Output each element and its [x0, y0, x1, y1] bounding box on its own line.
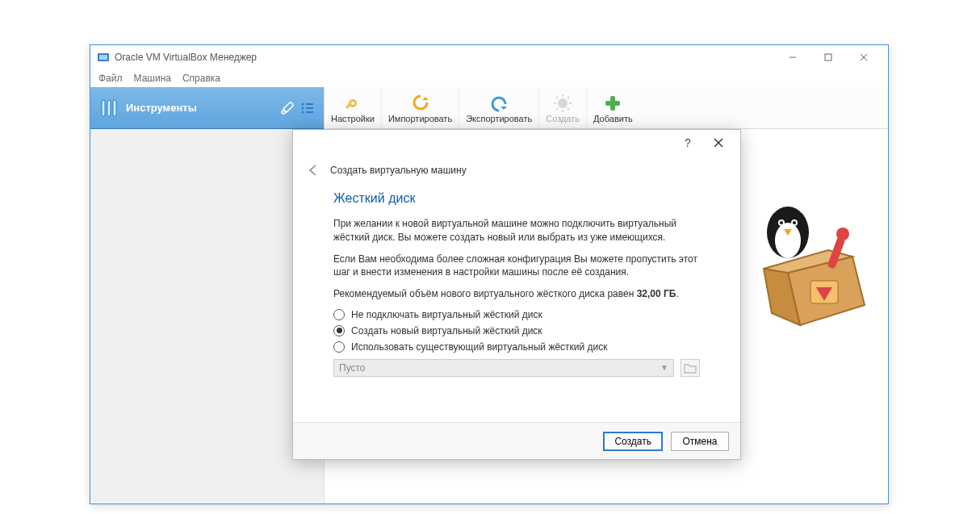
radio-no-disk[interactable]: Не подключать виртуальный жёсткий диск — [333, 309, 700, 320]
export-icon — [489, 93, 509, 114]
svg-rect-15 — [306, 111, 313, 113]
svg-point-30 — [775, 223, 801, 258]
dialog-body: Жесткий диск При желании к новой виртуал… — [293, 185, 740, 422]
sidebar-tools-label: Инструменты — [126, 102, 197, 114]
app-icon — [97, 51, 110, 64]
toolbar-import[interactable]: Импортировать — [382, 87, 459, 128]
svg-point-12 — [302, 107, 304, 109]
maximize-button[interactable] — [810, 46, 846, 69]
radio-existing-disk[interactable]: Использовать существующий виртуальный жё… — [333, 341, 700, 353]
dialog-titlebar: ? — [293, 130, 740, 156]
disk-radio-group: Не подключать виртуальный жёсткий диск С… — [333, 309, 700, 377]
svg-line-25 — [567, 97, 569, 98]
import-icon — [411, 93, 430, 114]
create-button[interactable]: Создать — [603, 432, 663, 451]
svg-point-37 — [836, 228, 849, 240]
titlebar: Oracle VM VirtualBox Менеджер — [90, 45, 888, 69]
menubar: Файл Машина Справка — [90, 69, 888, 87]
menu-file[interactable]: Файл — [98, 73, 123, 84]
svg-rect-6 — [102, 100, 105, 116]
svg-rect-28 — [605, 101, 620, 106]
list-icon[interactable] — [299, 100, 316, 116]
svg-rect-7 — [107, 100, 111, 116]
plus-icon — [603, 93, 622, 114]
dialog-close-button[interactable] — [703, 132, 734, 153]
existing-disk-row: Пусто ▼ — [333, 359, 700, 377]
sidebar: Инструменты — [90, 87, 325, 504]
sun-icon — [553, 93, 572, 114]
toolbar-add[interactable]: Добавить — [587, 87, 639, 128]
svg-point-34 — [793, 221, 796, 224]
dialog-paragraph-1: При желании к новой виртуальной машине м… — [333, 217, 700, 244]
wrench-icon[interactable] — [279, 99, 296, 117]
window-controls — [775, 46, 882, 69]
svg-point-18 — [558, 98, 567, 108]
dialog-nav: Создать виртуальную машину — [293, 156, 740, 185]
svg-point-32 — [780, 221, 783, 224]
chevron-down-icon: ▼ — [660, 363, 668, 372]
menu-help[interactable]: Справка — [182, 73, 220, 84]
svg-rect-1 — [99, 55, 107, 60]
radio-icon — [333, 325, 345, 336]
minimize-button[interactable] — [775, 46, 810, 69]
radio-icon — [333, 341, 345, 353]
dialog-nav-title: Создать виртуальную машину — [330, 165, 467, 176]
svg-line-26 — [556, 108, 558, 110]
dialog-paragraph-3: Рекомендуемый объём нового виртуального … — [333, 287, 700, 301]
toolbar-create[interactable]: Создать — [539, 87, 587, 128]
cancel-button[interactable]: Отмена — [671, 432, 729, 451]
recommended-size: 32,00 ГБ — [637, 288, 676, 299]
dialog-heading: Жесткий диск — [333, 191, 700, 206]
svg-line-23 — [556, 97, 558, 98]
svg-line-24 — [567, 108, 569, 110]
toolbar-export[interactable]: Экспортировать — [459, 87, 539, 128]
window-title: Oracle VM VirtualBox Менеджер — [115, 52, 775, 63]
radio-icon — [333, 309, 345, 320]
svg-point-10 — [302, 102, 304, 105]
menu-machine[interactable]: Машина — [134, 73, 171, 84]
svg-rect-11 — [306, 103, 313, 105]
svg-rect-8 — [113, 100, 116, 116]
close-button[interactable] — [846, 46, 882, 69]
mascot-image — [739, 192, 869, 337]
browse-disk-button[interactable] — [681, 359, 700, 377]
existing-disk-combo[interactable]: Пусто ▼ — [333, 359, 674, 377]
dialog-footer: Создать Отмена — [293, 422, 740, 459]
svg-point-14 — [302, 111, 304, 113]
dialog-paragraph-2: Если Вам необходима более сложная конфиг… — [333, 253, 700, 280]
create-vm-dialog: ? Создать виртуальную машину Жесткий дис… — [292, 129, 741, 460]
toolbar-settings[interactable]: Настройки — [325, 87, 382, 128]
radio-create-disk[interactable]: Создать новый виртуальный жёсткий диск — [333, 325, 700, 336]
gear-icon — [343, 93, 362, 114]
svg-rect-3 — [825, 54, 831, 61]
toolbar: Настройки Импортировать Экспортировать — [325, 87, 888, 129]
back-arrow-icon[interactable] — [306, 163, 320, 178]
svg-point-9 — [282, 111, 285, 114]
dialog-help-button[interactable]: ? — [672, 132, 703, 153]
tools-icon — [98, 98, 119, 119]
sidebar-tools-item[interactable]: Инструменты — [90, 87, 324, 129]
svg-rect-13 — [306, 107, 313, 109]
